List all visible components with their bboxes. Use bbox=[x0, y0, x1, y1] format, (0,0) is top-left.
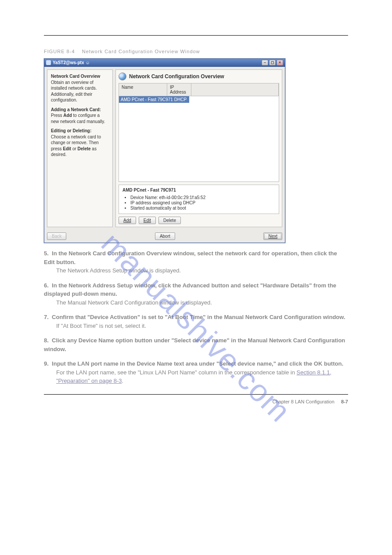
step-7: 7. Confirm that "Device Activation" is s… bbox=[44, 313, 348, 330]
window-title: YaST2@ws-ptx bbox=[53, 60, 84, 65]
main-title: Network Card Configuration Overview bbox=[129, 73, 224, 80]
bottom-rule bbox=[44, 394, 348, 395]
col-name[interactable]: Name bbox=[119, 83, 167, 96]
yast-window: YaST2@ws-ptx ☺ – ◻ × Network Card Overvi… bbox=[44, 58, 285, 243]
figure-caption: Network Card Configuration Overview Wind… bbox=[82, 49, 200, 54]
step-5: 5. In the Network Card Configuration Ove… bbox=[44, 249, 348, 275]
back-button: Back bbox=[47, 232, 66, 240]
footer-chapter: Chapter 8 LAN Configuration bbox=[273, 399, 334, 404]
card-row-selected[interactable]: AMD PCnet - Fast 79C971 DHCP bbox=[119, 96, 189, 103]
side-h2: Adding a Network Card: bbox=[51, 107, 109, 113]
figure-number: FIGURE 8-4 bbox=[44, 49, 75, 54]
edit-button[interactable]: Edit bbox=[139, 217, 156, 224]
add-button[interactable]: Add bbox=[119, 217, 136, 224]
minimize-button[interactable]: – bbox=[262, 60, 268, 65]
detail-2: IP address assigned using DHCP bbox=[130, 200, 275, 205]
details-title: AMD PCnet - Fast 79C971 bbox=[122, 188, 275, 192]
side-p1: Obtain an overview of installed network … bbox=[51, 80, 109, 103]
delete-button[interactable]: Delete bbox=[158, 217, 181, 224]
top-rule bbox=[44, 35, 348, 36]
maximize-button[interactable]: ◻ bbox=[269, 60, 276, 65]
app-icon bbox=[46, 60, 51, 65]
col-ip[interactable]: IP Address bbox=[167, 83, 191, 96]
detail-1: Device Name: eth-id-00:0c:29:1f:a5:52 bbox=[130, 195, 275, 200]
titlebar[interactable]: YaST2@ws-ptx ☺ – ◻ × bbox=[44, 59, 285, 67]
card-details: AMD PCnet - Fast 79C971 Device Name: eth… bbox=[119, 185, 279, 214]
step-9: 9. Input the LAN port name in the Device… bbox=[44, 359, 348, 385]
detail-3: Started automatically at boot bbox=[130, 206, 275, 210]
next-button[interactable]: Next bbox=[263, 232, 282, 240]
abort-button[interactable]: Abort bbox=[155, 232, 175, 240]
help-sidebar: Network Card Overview Obtain an overview… bbox=[47, 69, 113, 227]
side-h3: Editing or Deleting: bbox=[51, 128, 109, 134]
close-button[interactable]: × bbox=[277, 60, 283, 65]
main-panel: Network Card Configuration Overview Name… bbox=[115, 69, 282, 227]
globe-icon bbox=[119, 73, 126, 80]
card-list[interactable]: Name IP Address AMD PCnet - Fast 79C971 … bbox=[119, 83, 279, 182]
step-6: 6. In the Network Address Setup window, … bbox=[44, 281, 348, 307]
footer-pagenum: 8-7 bbox=[341, 399, 348, 404]
side-p3: Choose a network card to change or remov… bbox=[51, 134, 109, 158]
col-blank bbox=[191, 83, 279, 96]
side-h1: Network Card Overview bbox=[51, 73, 109, 80]
side-p2: Press Add to configure a new network car… bbox=[51, 112, 109, 124]
step-8: 8. Click any Device Name option button u… bbox=[44, 336, 348, 353]
